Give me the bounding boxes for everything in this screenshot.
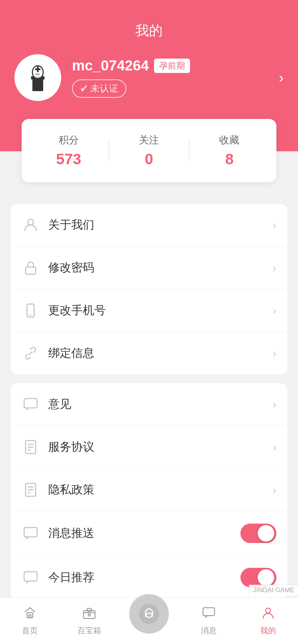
link-icon	[22, 344, 40, 362]
toggle-knob-message-push	[258, 525, 274, 542]
menu-item-message-push: 消息推送	[11, 511, 287, 556]
menu-label-feedback: 意见	[48, 396, 272, 412]
privacy-document-icon	[22, 481, 40, 499]
toggle-knob-daily-recommend	[258, 569, 274, 586]
about-chevron: ›	[272, 218, 276, 232]
nav-item-mine[interactable]: 我的	[238, 606, 298, 636]
bind-info-chevron: ›	[272, 347, 276, 360]
bottom-navigation: 首页 百宝箱 消息	[0, 597, 298, 644]
menu-item-daily-recommend: 今日推荐	[11, 556, 287, 599]
menu-label-change-phone: 更改手机号	[48, 303, 272, 318]
daily-recommend-toggle[interactable]	[240, 568, 276, 587]
svg-rect-21	[24, 528, 37, 537]
svg-rect-12	[24, 399, 37, 408]
watermark: JINDAI GAME	[249, 585, 298, 595]
nav-label-home: 首页	[22, 625, 38, 636]
document-icon	[22, 438, 40, 456]
phone-icon	[22, 302, 40, 319]
profile-info: mc_074264 孕前期 ✔ 未认证	[72, 58, 284, 98]
svg-rect-0	[32, 78, 43, 91]
svg-point-28	[139, 604, 159, 624]
treasure-icon	[82, 606, 96, 623]
svg-point-27	[88, 614, 90, 616]
svg-rect-26	[87, 608, 91, 611]
menu-label-about: 关于我们	[48, 217, 272, 233]
privacy-policy-chevron: ›	[272, 483, 276, 497]
menu-label-service-agreement: 服务协议	[48, 439, 272, 455]
home-icon	[23, 606, 37, 623]
menu-item-feedback[interactable]: 意见 ›	[11, 383, 287, 426]
stats-card: 积分 573 关注 0 收藏 8	[22, 119, 276, 182]
menu-label-bind-info: 绑定信息	[48, 345, 272, 361]
verify-icon: ✔	[80, 83, 88, 95]
stat-following[interactable]: 关注 0	[109, 133, 189, 168]
mine-icon	[261, 606, 275, 623]
stat-following-value: 0	[109, 151, 189, 168]
svg-text:Quiet: Quiet	[35, 76, 41, 79]
svg-rect-9	[26, 267, 36, 274]
stat-following-label: 关注	[109, 133, 189, 147]
svg-rect-30	[203, 608, 215, 616]
stat-points-value: 573	[29, 151, 108, 168]
svg-rect-22	[24, 572, 37, 581]
message-push-toggle[interactable]	[240, 524, 276, 543]
svg-rect-5	[35, 69, 41, 70]
username-row: mc_074264 孕前期	[72, 58, 284, 74]
center-button[interactable]	[129, 594, 169, 634]
menu-item-change-password[interactable]: 修改密码 ›	[11, 247, 287, 289]
menu-item-service-agreement[interactable]: 服务协议 ›	[11, 426, 287, 469]
message-push-icon	[22, 524, 40, 542]
comment-icon	[22, 395, 40, 413]
menu-item-bind-info[interactable]: 绑定信息 ›	[11, 332, 287, 374]
profile-row: Bee Quiet mc_074264 孕前期 ✔ 未认证 ›	[14, 54, 284, 101]
menu-section-2: 意见 › 服务协议 ›	[11, 383, 287, 599]
nav-item-message[interactable]: 消息	[179, 606, 239, 636]
svg-rect-25	[83, 611, 95, 618]
page-title: 我的	[14, 22, 284, 40]
menu-label-message-push: 消息推送	[48, 525, 240, 541]
change-password-chevron: ›	[272, 261, 276, 275]
username: mc_074264	[72, 58, 149, 74]
menu-label-daily-recommend: 今日推荐	[48, 570, 240, 585]
nav-item-home[interactable]: 首页	[0, 606, 60, 636]
nav-label-treasure: 百宝箱	[77, 625, 101, 636]
stat-points-label: 积分	[29, 133, 108, 147]
svg-point-31	[266, 608, 271, 613]
stat-favorites-label: 收藏	[190, 133, 269, 147]
avatar[interactable]: Bee Quiet	[14, 54, 61, 101]
pregnancy-tag: 孕前期	[154, 59, 190, 73]
person-icon	[22, 216, 40, 234]
service-agreement-chevron: ›	[272, 441, 276, 454]
nav-item-center[interactable]	[119, 608, 179, 634]
menu-item-about[interactable]: 关于我们 ›	[11, 204, 287, 247]
menu-label-change-password: 修改密码	[48, 260, 272, 276]
menu-label-privacy-policy: 隐私政策	[48, 482, 272, 498]
menu-section-1: 关于我们 › 修改密码 ›	[11, 204, 287, 374]
svg-text:Bee: Bee	[36, 73, 40, 75]
nav-label-mine: 我的	[260, 625, 276, 636]
change-phone-chevron: ›	[272, 304, 276, 317]
feedback-chevron: ›	[272, 398, 276, 411]
menu-item-privacy-policy[interactable]: 隐私政策 ›	[11, 469, 287, 511]
svg-point-8	[28, 219, 33, 225]
stat-favorites[interactable]: 收藏 8	[190, 133, 269, 168]
nav-label-message: 消息	[201, 625, 217, 636]
nav-item-treasure[interactable]: 百宝箱	[60, 606, 119, 636]
verify-label: 未认证	[90, 82, 118, 95]
menu-item-change-phone[interactable]: 更改手机号 ›	[11, 289, 287, 332]
daily-recommend-icon	[22, 569, 40, 586]
message-icon	[202, 606, 216, 623]
verify-badge[interactable]: ✔ 未认证	[72, 79, 126, 98]
stat-points[interactable]: 积分 573	[29, 133, 108, 168]
lock-icon	[22, 259, 40, 277]
profile-chevron[interactable]: ›	[279, 70, 284, 86]
svg-rect-24	[29, 615, 31, 618]
stat-favorites-value: 8	[190, 151, 269, 168]
